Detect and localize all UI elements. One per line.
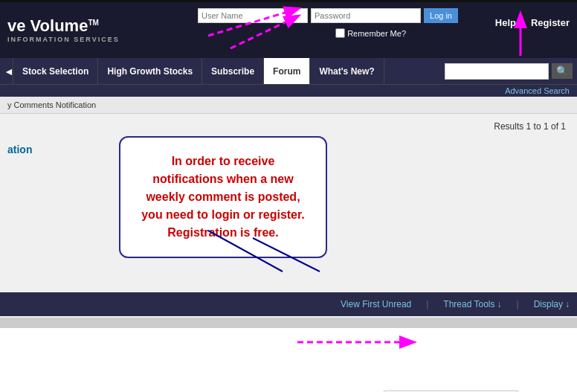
left-label: ation [7,121,37,270]
thread-tools-arrow-icon: ↓ [497,299,502,309]
results-text: Results 1 to 1 of 1 [494,121,566,132]
advanced-search-bar: Advanced Search [0,84,577,97]
logo-subtitle: INFORMATION SERVICES [7,36,120,44]
nav-item-subscribe[interactable]: Subscribe [202,58,264,84]
display-label: Display [534,299,563,309]
logo-tm: TM [88,19,98,27]
popup-message: In order to receive notifications when a… [139,152,307,242]
logo-area: ve VolumeTM INFORMATION SERVICES [7,16,120,44]
notification-text: y Comments Notification [7,100,96,109]
main-content: y Comments Notification ation In order t… [0,97,577,328]
header: ve VolumeTM INFORMATION SERVICES Log in … [0,2,577,58]
help-link[interactable]: Help [495,17,516,28]
nav-item-forum[interactable]: Forum [264,58,310,84]
login-button[interactable]: Log in [424,8,458,23]
thread-tools-btn[interactable]: Thread Tools ↓ [443,299,501,309]
view-first-unread-btn[interactable]: View First Unread [341,299,411,309]
navbar: ◄ Stock Selection High Growth Stocks Sub… [0,58,577,84]
popup-box: In order to receive notifications when a… [119,136,327,258]
display-btn[interactable]: Display ↓ [534,299,570,309]
nav-item-stock-selection[interactable]: Stock Selection [13,58,98,84]
view-first-unread-label: View First Unread [341,299,411,309]
header-right: Help Register [495,17,570,28]
thread-tools-label: Thread Tools [443,299,494,309]
scroll-area[interactable] [0,318,577,328]
password-input[interactable] [311,8,421,23]
remember-me-label: Remember Me? [347,29,406,38]
bottom-toolbar: View First Unread | Thread Tools ↓ | Dis… [0,292,577,316]
remember-me-area: Remember Me? [335,28,406,38]
logo-text: ve Volume [7,16,88,35]
username-input[interactable] [198,8,308,23]
nav-item-prev[interactable]: ◄ [0,58,13,84]
content-area: ation In order to receive notifications … [0,114,577,277]
nav-item-high-growth[interactable]: High Growth Stocks [98,58,202,84]
register-link[interactable]: Register [531,17,570,28]
login-area: Log in [198,8,458,23]
nav-search-input[interactable] [445,63,549,80]
remember-me-checkbox[interactable] [335,28,345,38]
divider-2: | [517,299,519,309]
nav-item-whats-new[interactable]: What's New? [310,58,384,84]
advanced-search-link[interactable]: Advanced Search [505,86,570,95]
display-arrow-icon: ↓ [565,299,570,309]
nav-search-button[interactable]: 🔍 [552,63,573,79]
notification-bar: y Comments Notification [0,97,577,114]
nav-search: 🔍 [440,58,577,84]
divider-1: | [426,299,428,309]
